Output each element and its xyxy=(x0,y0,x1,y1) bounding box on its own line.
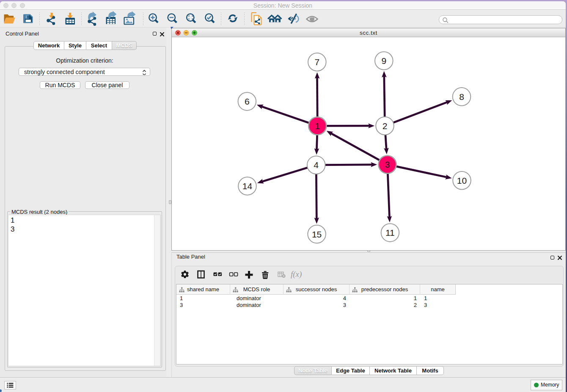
svg-text:1: 1 xyxy=(315,121,320,131)
svg-text:8: 8 xyxy=(459,92,464,102)
svg-text:15: 15 xyxy=(312,229,322,239)
svg-text:3: 3 xyxy=(385,160,390,169)
svg-text:2: 2 xyxy=(383,121,388,131)
svg-text:10: 10 xyxy=(457,176,467,185)
svg-text:11: 11 xyxy=(385,228,395,237)
svg-text:9: 9 xyxy=(381,56,386,66)
svg-text:f(x): f(x) xyxy=(291,270,302,279)
svg-text:7: 7 xyxy=(314,57,319,67)
svg-text:4: 4 xyxy=(314,160,319,170)
svg-text:14: 14 xyxy=(242,181,253,191)
svg-text:6: 6 xyxy=(245,97,250,106)
